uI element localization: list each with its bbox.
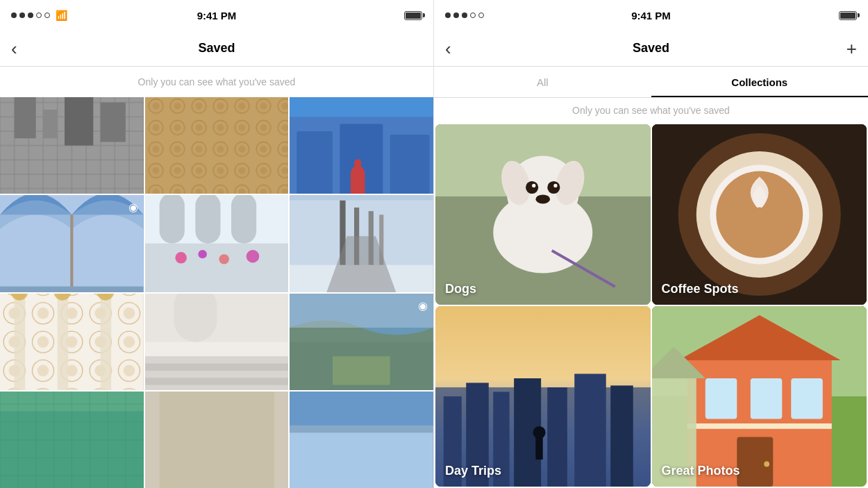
collection-image-greatphotos	[652, 306, 867, 487]
photo-cell-2[interactable]	[145, 97, 289, 194]
right-status-time: 9:41 PM	[631, 10, 671, 22]
collection-card-greatphotos[interactable]: Great Photos	[652, 306, 867, 487]
svg-rect-6	[101, 103, 126, 142]
collection-card-coffee[interactable]: Coffee Spots	[652, 124, 867, 305]
collection-image-dogs	[435, 124, 651, 305]
signal-dot-5	[44, 12, 50, 18]
photo-cell-10[interactable]	[0, 392, 144, 488]
photo-image-6	[290, 195, 433, 292]
svg-rect-46	[101, 294, 111, 390]
wifi-icon: 📶	[56, 10, 67, 21]
svg-rect-97	[535, 437, 542, 460]
svg-point-28	[175, 252, 187, 264]
left-sub-info: Only you can see what you've saved	[0, 67, 433, 97]
left-nav-bar: ‹ Saved	[0, 31, 433, 67]
tab-all-label: All	[537, 76, 549, 88]
photo-cell-6[interactable]	[290, 195, 433, 292]
tab-collections[interactable]: Collections	[651, 67, 869, 97]
svg-point-80	[535, 194, 550, 203]
svg-rect-25	[159, 195, 184, 244]
right-status-bar: 9:41 PM	[434, 0, 868, 31]
tab-collections-label: Collections	[731, 76, 787, 88]
right-back-button[interactable]: ‹	[445, 40, 451, 58]
photo-image-8	[145, 294, 289, 390]
saved-tabs: All Collections	[434, 67, 868, 98]
saved-photo-grid: ◉	[0, 97, 433, 488]
collection-label-dogs: Dogs	[445, 282, 476, 296]
svg-point-77	[547, 181, 560, 194]
photo-image-5	[145, 195, 289, 292]
svg-point-107	[764, 462, 769, 467]
right-nav-bar: ‹ Saved +	[434, 31, 868, 67]
svg-rect-64	[0, 392, 144, 488]
svg-rect-103	[705, 378, 737, 419]
left-back-button[interactable]: ‹	[11, 40, 17, 58]
svg-rect-52	[174, 294, 217, 342]
r-signal-dot-3	[462, 12, 467, 18]
r-signal-dot-4	[470, 12, 476, 18]
svg-rect-96	[610, 385, 633, 487]
left-page-title: Saved	[198, 41, 235, 56]
left-signal: 📶	[11, 10, 67, 21]
left-status-bar: 📶 9:41 PM	[0, 0, 433, 31]
photo-image-11	[145, 392, 289, 488]
svg-rect-95	[574, 374, 606, 487]
svg-rect-108	[687, 423, 831, 429]
svg-rect-5	[65, 97, 93, 146]
photo-image-3	[290, 97, 433, 194]
battery-fill	[406, 12, 421, 19]
photo-cell-1[interactable]	[0, 97, 144, 194]
right-add-button[interactable]: +	[846, 40, 857, 58]
photo-cell-3[interactable]	[290, 97, 433, 194]
photo-cell-12[interactable]	[290, 392, 433, 488]
signal-dot-1	[11, 12, 17, 18]
svg-rect-59	[333, 356, 390, 385]
photo-cell-4[interactable]: ◉	[0, 195, 144, 292]
tab-all[interactable]: All	[434, 67, 651, 97]
collection-card-dogs[interactable]: Dogs	[435, 124, 651, 305]
svg-point-19	[354, 159, 361, 167]
photo-cell-5[interactable]	[145, 195, 289, 292]
svg-point-30	[219, 254, 228, 264]
svg-rect-39	[290, 195, 433, 201]
video-icon-9: ◉	[418, 299, 428, 312]
svg-rect-3	[15, 97, 36, 138]
svg-rect-14	[297, 131, 333, 194]
svg-point-78	[532, 184, 535, 187]
svg-rect-55	[145, 378, 289, 385]
svg-rect-45	[58, 294, 68, 390]
collection-label-daytrips: Day Trips	[445, 464, 501, 478]
photo-image-9	[290, 294, 433, 390]
svg-rect-4	[43, 110, 58, 138]
video-icon-4: ◉	[128, 201, 138, 214]
svg-rect-27	[231, 195, 256, 244]
left-battery	[403, 11, 422, 20]
photo-cell-9[interactable]: ◉	[290, 294, 433, 390]
signal-dot-3	[28, 12, 33, 18]
svg-rect-66	[159, 392, 274, 488]
svg-rect-104	[750, 378, 782, 419]
collection-image-daytrips	[435, 306, 651, 487]
photo-image-10	[0, 392, 144, 488]
right-page-title: Saved	[633, 41, 669, 56]
photo-image-2	[145, 97, 289, 194]
svg-rect-44	[15, 294, 25, 390]
photo-cell-8[interactable]	[145, 294, 289, 390]
r-signal-dot-1	[445, 12, 451, 18]
svg-point-76	[526, 181, 538, 194]
signal-dot-4	[36, 12, 42, 18]
collection-card-daytrips[interactable]: Day Trips	[435, 306, 651, 487]
battery-icon	[404, 11, 422, 20]
collections-grid: Dogs	[434, 123, 868, 488]
collection-label-coffee: Coffee Spots	[662, 282, 739, 296]
svg-rect-11	[145, 97, 289, 194]
photo-cell-7[interactable]	[0, 294, 144, 390]
collection-image-coffee	[652, 124, 867, 305]
svg-rect-26	[195, 195, 220, 244]
photo-cell-11[interactable]	[145, 392, 289, 488]
svg-point-98	[533, 426, 545, 439]
svg-rect-54	[145, 363, 289, 370]
svg-point-29	[198, 250, 206, 258]
svg-point-79	[553, 184, 557, 187]
photo-image-1	[0, 97, 144, 194]
